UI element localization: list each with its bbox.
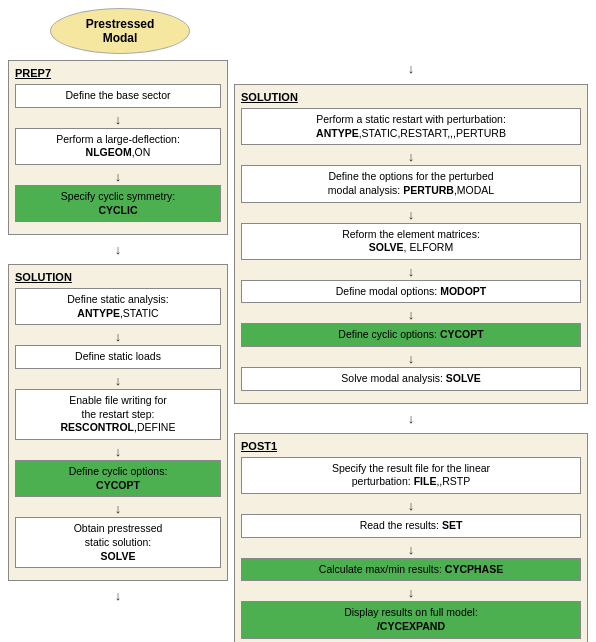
sol-left-arrow-3: ↓ bbox=[15, 501, 221, 516]
arrow-1: ↓ bbox=[15, 169, 221, 184]
prep7-item-2: Specify cyclic symmetry:CYCLIC bbox=[15, 185, 221, 222]
page: Prestressed Modal PREP7 Define the base … bbox=[0, 0, 596, 642]
sol-right-arrow-2: ↓ bbox=[241, 264, 581, 279]
left-column: PREP7 Define the base sector ↓ Perform a… bbox=[8, 60, 228, 642]
sol-right-item-4: Define cyclic options: CYCOPT bbox=[241, 323, 581, 347]
sol-left-item-0: Define static analysis:ANTYPE,STATIC bbox=[15, 288, 221, 325]
sol-right-arrow-0: ↓ bbox=[241, 149, 581, 164]
sol-right-item-5: Solve modal analysis: SOLVE bbox=[241, 367, 581, 391]
prep7-section: PREP7 Define the base sector ↓ Perform a… bbox=[8, 60, 228, 235]
sol-right-arrow-1: ↓ bbox=[241, 207, 581, 222]
post1-title: POST1 bbox=[241, 440, 581, 452]
sol-left-arrow-1: ↓ bbox=[15, 373, 221, 388]
sol-right-item-1: Define the options for the perturbedmoda… bbox=[241, 165, 581, 202]
prep7-title: PREP7 bbox=[15, 67, 221, 79]
post1-arrow-0: ↓ bbox=[241, 498, 581, 513]
right-column: ↓ SOLUTION Perform a static restart with… bbox=[234, 60, 588, 642]
sol-right-arrow-4: ↓ bbox=[241, 351, 581, 366]
post1-item-0: Specify the result file for the linearpe… bbox=[241, 457, 581, 494]
solution-right-section: SOLUTION Perform a static restart with p… bbox=[234, 84, 588, 404]
sol-left-item-3: Define cyclic options:CYCOPT bbox=[15, 460, 221, 497]
post1-item-2: Calculate max/min results: CYCPHASE bbox=[241, 558, 581, 582]
prep7-item-1: Perform a large-deflection:NLGEOM,ON bbox=[15, 128, 221, 165]
post1-arrow-1: ↓ bbox=[241, 542, 581, 557]
arrow-left-bottom: ↓ bbox=[8, 588, 228, 603]
sol-right-item-3: Define modal options: MODOPT bbox=[241, 280, 581, 304]
prestressed-modal-oval: Prestressed Modal bbox=[50, 8, 190, 54]
solution-left-title: SOLUTION bbox=[15, 271, 221, 283]
sol-right-item-0: Perform a static restart with perturbati… bbox=[241, 108, 581, 145]
prep7-item-0: Define the base sector bbox=[15, 84, 221, 108]
arrow-right-top: ↓ bbox=[234, 61, 588, 76]
arrow-0: ↓ bbox=[15, 112, 221, 127]
arrow-right-mid: ↓ bbox=[234, 411, 588, 426]
sol-left-arrow-0: ↓ bbox=[15, 329, 221, 344]
sol-left-item-4: Obtain prestressedstatic solution:SOLVE bbox=[15, 517, 221, 568]
post1-section: POST1 Specify the result file for the li… bbox=[234, 433, 588, 642]
main-layout: PREP7 Define the base sector ↓ Perform a… bbox=[8, 60, 588, 642]
sol-right-arrow-3: ↓ bbox=[241, 307, 581, 322]
sol-left-arrow-2: ↓ bbox=[15, 444, 221, 459]
solution-right-title: SOLUTION bbox=[241, 91, 581, 103]
post1-item-1: Read the results: SET bbox=[241, 514, 581, 538]
sol-left-item-1: Define static loads bbox=[15, 345, 221, 369]
sol-right-item-2: Reform the element matrices:SOLVE, ELFOR… bbox=[241, 223, 581, 260]
solution-left-section: SOLUTION Define static analysis:ANTYPE,S… bbox=[8, 264, 228, 581]
post1-item-3: Display results on full model:/CYCEXPAND bbox=[241, 601, 581, 638]
post1-arrow-2: ↓ bbox=[241, 585, 581, 600]
arrow-between-left-sections: ↓ bbox=[8, 242, 228, 257]
oval-label: Prestressed Modal bbox=[86, 17, 155, 45]
sol-left-item-2: Enable file writing forthe restart step:… bbox=[15, 389, 221, 440]
